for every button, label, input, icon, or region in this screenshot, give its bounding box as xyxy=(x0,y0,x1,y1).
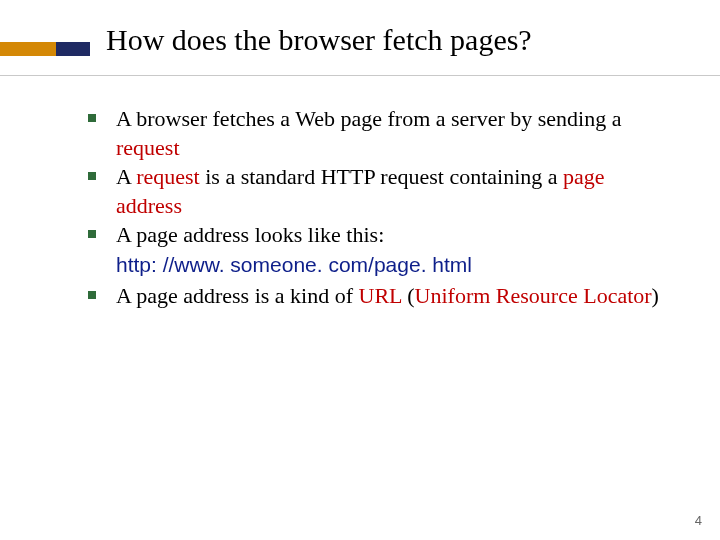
title-underline xyxy=(0,75,720,76)
accent-bar-orange xyxy=(0,42,56,56)
square-bullet-icon xyxy=(88,114,96,122)
slide-title: How does the browser fetch pages? xyxy=(106,23,532,57)
accent-bar-navy xyxy=(56,42,90,56)
bullet-text: is a standard HTTP request containing a xyxy=(200,164,563,189)
keyword-url-expansion: Uniform Resource Locator xyxy=(415,283,652,308)
page-number: 4 xyxy=(695,513,702,528)
slide-body: A browser fetches a Web page from a serv… xyxy=(80,104,668,310)
title-band: How does the browser fetch pages? xyxy=(0,28,720,66)
bullet-text: ( xyxy=(402,283,415,308)
bullet-text: A page address looks like this: xyxy=(116,222,384,247)
keyword-request: request xyxy=(136,164,200,189)
bullet-text: A browser fetches a Web page from a serv… xyxy=(116,106,621,131)
square-bullet-icon xyxy=(88,172,96,180)
bullet-text: A xyxy=(116,164,136,189)
square-bullet-icon xyxy=(88,291,96,299)
square-bullet-icon xyxy=(88,230,96,238)
bullet-item: A request is a standard HTTP request con… xyxy=(80,162,668,220)
keyword-url: URL xyxy=(359,283,402,308)
bullet-item: A browser fetches a Web page from a serv… xyxy=(80,104,668,162)
keyword-request: request xyxy=(116,135,180,160)
bullet-text: A page address is a kind of xyxy=(116,283,359,308)
bullet-item: A page address is a kind of URL (Uniform… xyxy=(80,281,668,310)
example-url: http: //www. someone. com/page. html xyxy=(116,251,668,279)
bullet-item: A page address looks like this: xyxy=(80,220,668,249)
bullet-text: ) xyxy=(652,283,659,308)
